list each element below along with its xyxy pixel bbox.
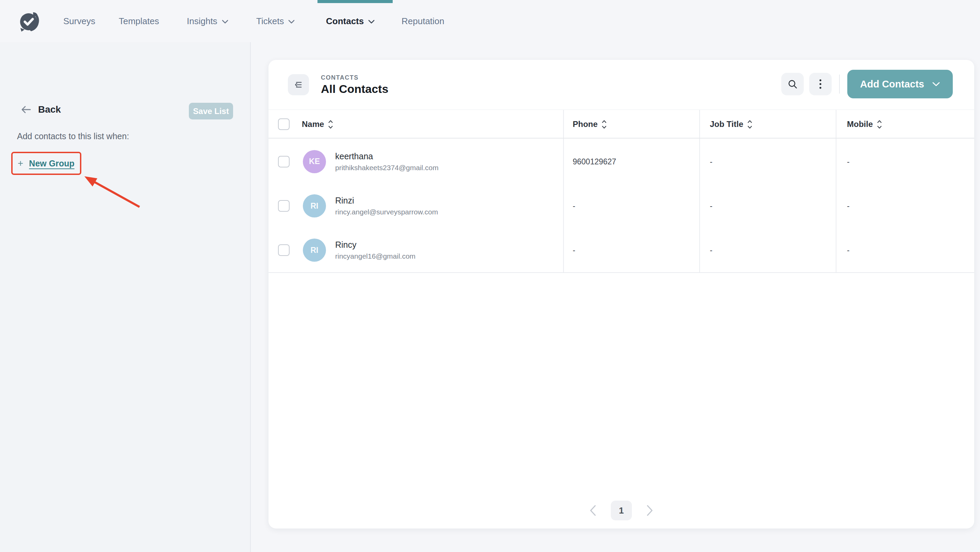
surveysparrow-logo[interactable]: [18, 10, 41, 33]
contact-mobile: -: [847, 157, 850, 166]
contact-phone: -: [573, 246, 576, 255]
collapse-panel-button[interactable]: [288, 74, 309, 95]
contact-avatar: RI: [303, 239, 326, 262]
back-button[interactable]: Back: [21, 104, 61, 115]
contacts-table-body: KE keerthana prithikshakeets2374@gmail.c…: [269, 139, 974, 273]
contact-name-block: Rincy rincyangel16@gmail.com: [335, 240, 415, 260]
contact-mobile: -: [847, 202, 850, 211]
contact-email: rincyangel16@gmail.com: [335, 252, 415, 260]
annotation-arrow: [82, 174, 143, 210]
contact-email: prithikshakeets2374@gmail.com: [335, 164, 439, 172]
save-list-label: Save List: [193, 107, 229, 116]
save-list-button[interactable]: Save List: [189, 103, 233, 119]
sort-icon: [328, 120, 333, 129]
breadcrumb: CONTACTS: [321, 74, 359, 81]
table-row[interactable]: RI Rincy rincyangel16@gmail.com - - -: [269, 228, 974, 272]
nav-item-contacts[interactable]: Contacts: [326, 0, 375, 42]
column-header-phone[interactable]: Phone: [573, 110, 607, 138]
nav-item-label: Tickets: [256, 16, 284, 27]
previous-page-button[interactable]: [589, 505, 597, 516]
nav-item-label: Contacts: [326, 16, 364, 27]
add-contacts-button[interactable]: Add Contacts: [847, 70, 953, 99]
contact-phone: 9600129627: [573, 157, 616, 166]
contact-email: rincy.angel@surveysparrow.com: [335, 208, 438, 216]
page-number[interactable]: 1: [611, 501, 632, 520]
more-options-button[interactable]: [809, 73, 832, 95]
contact-job-title: -: [710, 202, 713, 211]
all-contacts-card: CONTACTS All Contacts Add Contacts: [269, 60, 974, 528]
arrow-left-icon: [21, 105, 31, 114]
search-button[interactable]: [781, 73, 804, 95]
table-header: Name Phone Job Title Mobile: [269, 110, 974, 138]
kebab-menu-icon: [819, 79, 822, 89]
column-header-job-title[interactable]: Job Title: [710, 110, 752, 138]
nav-item-label: Insights: [187, 16, 218, 27]
nav-item-reputation[interactable]: Reputation: [401, 0, 444, 42]
contact-name: Rincy: [335, 240, 415, 250]
nav-item-insights[interactable]: Insights: [187, 0, 228, 42]
contact-mobile: -: [847, 246, 850, 255]
new-group-highlight-box: + New Group: [11, 152, 81, 175]
page-title: All Contacts: [321, 82, 388, 95]
sort-icon: [601, 120, 607, 129]
contact-job-title: -: [710, 246, 713, 255]
contact-name: keerthana: [335, 151, 439, 161]
collapse-panel-icon: [294, 80, 303, 89]
column-header-name[interactable]: Name: [302, 110, 333, 138]
row-checkbox[interactable]: [278, 244, 290, 256]
contact-avatar: RI: [303, 194, 326, 218]
chevron-down-icon: [222, 20, 228, 24]
contact-job-title: -: [710, 157, 713, 166]
add-contacts-label: Add Contacts: [860, 79, 924, 90]
nav-item-tickets[interactable]: Tickets: [256, 0, 295, 42]
nav-item-templates[interactable]: Templates: [119, 0, 159, 42]
nav-item-label: Templates: [119, 16, 159, 27]
contact-avatar: KE: [303, 150, 326, 173]
contact-name: Rinzi: [335, 196, 438, 205]
sort-icon: [877, 120, 882, 129]
row-checkbox[interactable]: [278, 156, 290, 167]
pagination: 1: [589, 501, 654, 520]
nav-item-label: Surveys: [63, 16, 95, 27]
chevron-down-icon: [288, 20, 295, 24]
next-page-button[interactable]: [646, 505, 654, 516]
contact-name-block: Rinzi rincy.angel@surveysparrow.com: [335, 196, 438, 216]
table-row[interactable]: KE keerthana prithikshakeets2374@gmail.c…: [269, 139, 974, 184]
plus-icon: +: [18, 159, 23, 168]
list-builder-sidebar: Back Save List Add contacts to this list…: [0, 42, 251, 552]
card-header-actions: Add Contacts: [781, 70, 953, 99]
column-header-mobile[interactable]: Mobile: [847, 110, 882, 138]
chevron-left-icon: [589, 505, 597, 516]
nav-item-surveys[interactable]: Surveys: [63, 0, 95, 42]
back-label: Back: [38, 104, 61, 115]
sort-icon: [747, 120, 752, 129]
top-navigation: Surveys Templates Insights Tickets Conta…: [0, 0, 980, 42]
row-checkbox[interactable]: [278, 200, 290, 212]
chevron-right-icon: [646, 505, 654, 516]
chevron-down-icon: [932, 82, 940, 86]
select-all-checkbox[interactable]: [278, 118, 290, 130]
select-all-checkbox-wrap: [278, 118, 290, 130]
new-group-link[interactable]: New Group: [29, 159, 74, 169]
table-row[interactable]: RI Rinzi rincy.angel@surveysparrow.com -…: [269, 184, 974, 228]
header-divider: [839, 75, 840, 94]
search-icon: [788, 79, 798, 89]
contact-phone: -: [573, 202, 576, 211]
nav-item-label: Reputation: [401, 16, 444, 27]
list-condition-prompt: Add contacts to this list when:: [17, 131, 129, 141]
contact-name-block: keerthana prithikshakeets2374@gmail.com: [335, 151, 439, 172]
chevron-down-icon: [368, 20, 375, 24]
